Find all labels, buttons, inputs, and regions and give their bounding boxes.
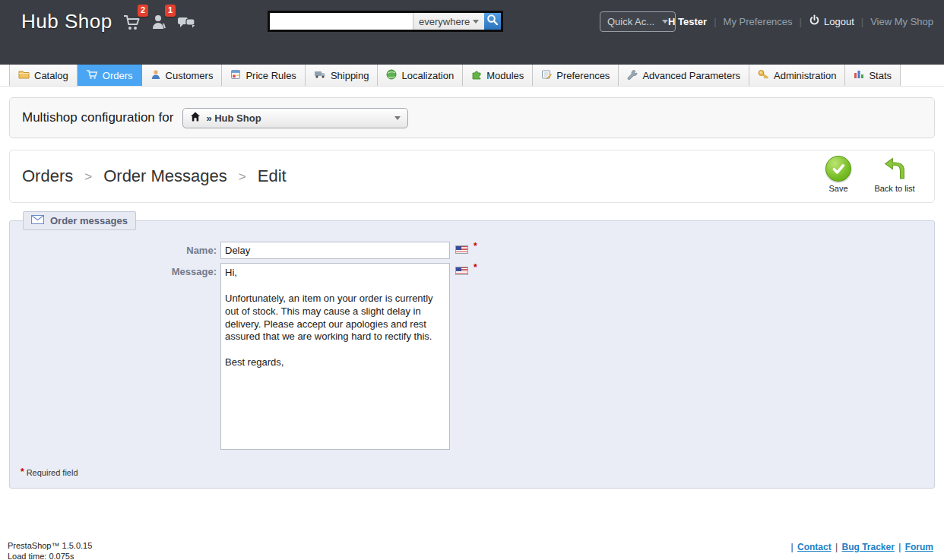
save-label: Save <box>814 184 863 193</box>
global-search: everywhere <box>268 11 503 32</box>
wrench-icon <box>627 69 638 82</box>
tab-preferences[interactable]: Preferences <box>533 65 619 86</box>
separator: | <box>714 16 716 27</box>
tab-label: Orders <box>103 70 133 81</box>
search-scope-select[interactable]: everywhere <box>413 13 484 30</box>
my-preferences-link[interactable]: My Preferences <box>724 16 793 27</box>
required-asterisk: * <box>474 241 477 252</box>
contact-link[interactable]: Contact <box>797 542 832 552</box>
envelope-icon <box>31 215 44 226</box>
tab-localization[interactable]: Localization <box>378 65 463 86</box>
separator: | <box>861 16 863 27</box>
required-asterisk: * <box>474 262 477 273</box>
tab-administration[interactable]: Administration <box>749 65 845 86</box>
folder-icon <box>18 69 30 81</box>
multishop-label: Multishop configuration for <box>22 110 173 125</box>
employee-name: H Tester <box>668 16 707 27</box>
message-field-row: Message: Hi, Unfortunately, an item on y… <box>10 263 934 450</box>
multishop-shop-select[interactable]: » Hub Shop <box>182 108 408 128</box>
chevron-down-icon <box>473 20 479 24</box>
customers-notification-button[interactable]: 1 <box>149 12 170 33</box>
logout-link[interactable]: Logout <box>809 14 854 28</box>
messages-notification-button[interactable] <box>176 12 198 33</box>
save-button[interactable]: Save <box>814 156 863 193</box>
us-flag-icon[interactable] <box>455 245 468 254</box>
view-my-shop-link[interactable]: View My Shop <box>870 16 933 27</box>
person-icon <box>150 69 161 82</box>
tab-modules[interactable]: Modules <box>463 65 533 86</box>
name-input[interactable] <box>220 242 450 259</box>
separator: | <box>835 542 838 552</box>
breadcrumb-orders[interactable]: Orders <box>22 166 73 186</box>
breadcrumb-edit: Edit <box>258 166 287 186</box>
back-to-list-label: Back to list <box>870 184 919 193</box>
tab-label: Shipping <box>331 70 369 81</box>
cart-icon <box>122 21 141 34</box>
tab-label: Customers <box>166 70 214 81</box>
tab-label: Price Rules <box>246 70 296 81</box>
home-icon <box>190 111 201 125</box>
cart-notification-button[interactable]: 2 <box>122 12 143 33</box>
forum-link[interactable]: Forum <box>905 542 933 552</box>
cart-badge: 2 <box>138 5 148 17</box>
breadcrumb-separator: > <box>84 169 92 185</box>
search-submit-button[interactable] <box>484 13 501 30</box>
logout-label: Logout <box>824 16 854 27</box>
notification-icons: 2 1 <box>122 12 198 33</box>
action-toolbar: Save Back to list <box>814 156 919 193</box>
bar-chart-icon <box>854 69 864 81</box>
tab-label: Modules <box>486 70 524 81</box>
back-to-list-button[interactable]: Back to list <box>870 156 919 193</box>
power-icon <box>809 14 820 28</box>
tab-label: Localization <box>401 70 454 81</box>
required-asterisk: * <box>21 467 24 477</box>
check-icon <box>825 156 851 182</box>
top-header: Hub Shop 2 1 everywhere <box>0 0 944 65</box>
multishop-bar: Multishop configuration for » Hub Shop <box>9 97 935 138</box>
required-note-label: Required field <box>27 468 78 477</box>
bug-tracker-link[interactable]: Bug Tracker <box>841 542 894 552</box>
tab-customers[interactable]: Customers <box>142 65 223 86</box>
tab-stats[interactable]: Stats <box>845 65 901 86</box>
notepad-pencil-icon <box>541 69 552 82</box>
selected-shop: » Hub Shop <box>206 112 389 124</box>
tab-shipping[interactable]: Shipping <box>306 65 379 86</box>
search-input[interactable] <box>270 13 413 30</box>
search-icon <box>486 14 499 29</box>
customers-badge: 1 <box>165 5 176 17</box>
load-time: Load time: 0.075s <box>8 552 74 560</box>
tab-orders[interactable]: Orders <box>78 65 142 86</box>
message-label: Message: <box>10 263 217 277</box>
chevron-down-icon <box>662 20 668 24</box>
main-menu-tabs: Catalog Orders Customers Price Rules Shi… <box>0 65 944 87</box>
tab-advanced-parameters[interactable]: Advanced Parameters <box>619 65 749 86</box>
separator: | <box>791 542 794 552</box>
shop-logo[interactable]: Hub Shop <box>21 10 112 33</box>
page-header-panel: Orders > Order Messages > Edit Save Back… <box>9 150 935 203</box>
quick-access-dropdown[interactable]: Quick Ac... <box>600 11 676 32</box>
footer-links: | Contact | Bug Tracker | Forum <box>791 542 935 552</box>
tab-catalog[interactable]: Catalog <box>9 65 78 86</box>
breadcrumb-separator: > <box>239 169 246 185</box>
tab-label: Stats <box>869 70 892 81</box>
key-icon <box>758 69 769 81</box>
name-field-row: Name: * <box>10 242 934 259</box>
tab-price-rules[interactable]: Price Rules <box>222 65 305 86</box>
panel-legend-label: Order messages <box>50 215 128 226</box>
tab-label: Catalog <box>34 70 68 81</box>
cart-icon <box>86 69 98 82</box>
back-arrow-icon <box>870 156 919 182</box>
chat-bubbles-icon <box>176 21 196 34</box>
prestashop-version: PrestaShop™ 1.5.0.15 <box>8 541 92 550</box>
puzzle-icon <box>471 69 482 82</box>
message-textarea[interactable]: Hi, Unfortunately, an item on your order… <box>220 263 450 450</box>
tab-label: Preferences <box>556 70 610 81</box>
order-messages-panel: Order messages Name: * Message: Hi, Unfo… <box>9 220 935 489</box>
us-flag-icon[interactable] <box>455 267 468 275</box>
tab-label: Advanced Parameters <box>642 70 740 81</box>
truck-icon <box>314 69 326 81</box>
breadcrumb-order-messages[interactable]: Order Messages <box>103 166 227 186</box>
breadcrumb: Orders > Order Messages > Edit <box>22 166 287 186</box>
name-label: Name: <box>10 242 217 256</box>
chevron-down-icon <box>394 116 401 120</box>
